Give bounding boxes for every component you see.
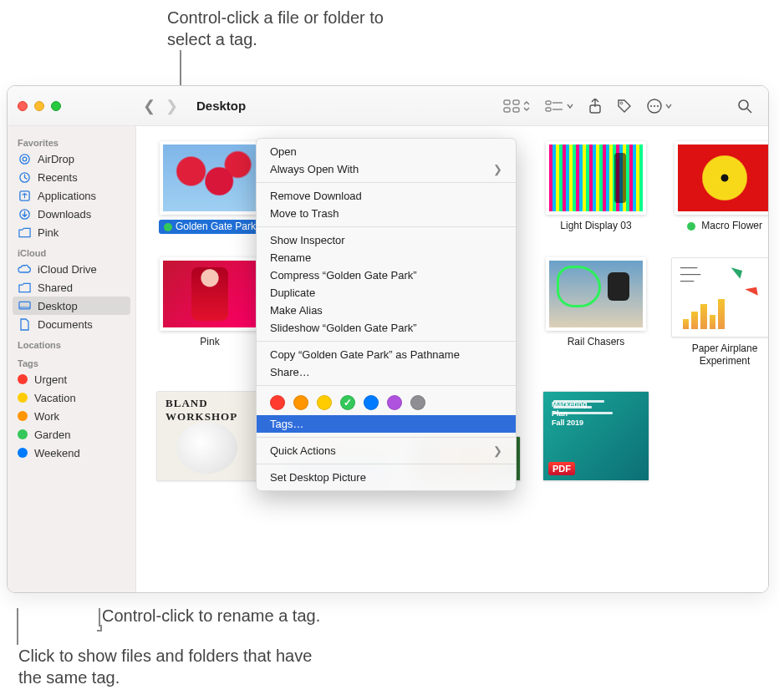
ctx-share[interactable]: Share… [257,363,516,381]
file-name: Macro Flower [687,220,762,232]
desktop-icon [18,299,31,312]
ctx-quick-actions[interactable]: Quick Actions❯ [257,442,516,459]
close-window-button[interactable] [18,101,28,111]
svg-rect-4 [546,101,551,104]
tag-color-purple[interactable] [387,395,402,410]
context-menu: Open Always Open With❯ Remove Download M… [256,138,517,491]
ctx-rename[interactable]: Rename [257,249,516,266]
share-button[interactable] [583,95,607,117]
sidebar-tag-garden[interactable]: Garden [8,425,135,444]
tag-color-orange[interactable] [293,395,308,410]
tag-dot-icon [18,374,28,384]
file-item[interactable]: BLANDWORKSHOP [151,391,268,481]
file-name-label: Golden Gate Park [176,221,256,233]
maximize-window-button[interactable] [51,101,61,111]
tag-dot-icon [18,393,28,403]
file-item[interactable]: Macro Flower [666,141,768,234]
file-item[interactable]: Golden Gate Park [151,141,268,234]
tags-button[interactable] [612,95,637,117]
minimize-window-button[interactable] [34,101,44,111]
forward-button[interactable]: ❯ [165,97,178,115]
sidebar-item-label: Garden [34,429,70,441]
sidebar-tag-urgent[interactable]: Urgent [8,370,135,388]
menu-separator [257,464,516,464]
sidebar-tag-vacation[interactable]: Vacation [8,388,135,407]
svg-rect-1 [513,100,519,104]
sidebar-item-pink[interactable]: Pink [8,223,135,241]
ctx-slideshow[interactable]: Slideshow “Golden Gate Park” [257,319,516,337]
ctx-duplicate[interactable]: Duplicate [257,284,516,302]
file-thumbnail: BLANDWORKSHOP [156,391,263,481]
sidebar-item-label: Recents [38,171,78,184]
actions-button[interactable] [642,95,677,117]
back-button[interactable]: ❮ [143,97,155,115]
window-controls [8,101,136,111]
chevron-right-icon: ❯ [493,444,502,457]
ctx-make-alias[interactable]: Make Alias [257,302,516,319]
downloads-icon [18,207,31,221]
sidebar-item-applications[interactable]: Applications [8,186,135,205]
sidebar-item-label: Pink [38,226,59,239]
ctx-remove-download[interactable]: Remove Download [257,187,516,205]
ctx-compress[interactable]: Compress “Golden Gate Park” [257,266,516,284]
annotation-bottom: Click to show files and folders that hav… [18,645,319,688]
ctx-tags[interactable]: Tags… [257,415,516,433]
sidebar-item-desktop[interactable]: Desktop [13,297,130,315]
file-thumbnail [160,257,260,331]
svg-point-11 [650,104,652,106]
tag-color-yellow[interactable] [317,395,332,410]
file-item-placeholder [666,391,768,481]
file-item[interactable]: MarketingPlanFall 2019 PDF [537,391,654,481]
ctx-copy-pathname[interactable]: Copy “Golden Gate Park” as Pathname [257,346,516,363]
document-icon [18,317,31,331]
svg-point-9 [620,102,623,104]
tag-dot-icon [18,429,28,439]
sidebar-item-recents[interactable]: Recents [8,168,135,186]
sidebar-item-label: Desktop [38,300,78,312]
file-item[interactable]: ━━━━━━━━━━━━━━━ Paper Airplane Experimen… [666,257,768,368]
ctx-show-inspector[interactable]: Show Inspector [257,231,516,249]
sidebar-item-icloud-drive[interactable]: iCloud Drive [8,260,135,278]
svg-point-13 [657,104,659,106]
tag-dot-icon [164,223,172,231]
file-name-selected: Golden Gate Park [159,220,261,234]
file-name-label: Paper Airplane Experiment [668,342,768,368]
file-item[interactable]: Rail Chasers [537,257,654,368]
tag-color-green[interactable] [340,395,355,410]
sidebar-item-label: Downloads [38,208,91,221]
search-button[interactable] [732,95,757,117]
ctx-open[interactable]: Open [257,143,516,160]
group-button[interactable] [540,97,578,115]
toolbar: ❮ ❯ Desktop [8,86,768,126]
sidebar-header-icloud: iCloud [8,241,135,260]
chevron-down-icon [665,103,672,109]
file-item[interactable]: Pink [151,257,268,368]
more-icon [647,99,662,114]
tag-color-blue[interactable] [364,395,379,410]
sidebar-item-downloads[interactable]: Downloads [8,205,135,223]
menu-separator [257,385,516,386]
ctx-always-open-with[interactable]: Always Open With❯ [257,160,516,178]
file-name-label: Pink [200,336,219,348]
sidebar-item-airdrop[interactable]: AirDrop [8,150,135,168]
file-name-label: Macro Flower [701,220,762,231]
ctx-move-to-trash[interactable]: Move to Trash [257,205,516,222]
sidebar-item-documents[interactable]: Documents [8,315,135,333]
sidebar-header-favorites: Favorites [8,131,135,150]
tag-color-gray[interactable] [410,395,425,410]
tag-dot-icon [687,222,695,231]
chevron-updown-icon [523,101,530,111]
view-mode-button[interactable] [498,96,535,116]
sidebar-tag-weekend[interactable]: Weekend [8,444,135,462]
ctx-set-desktop-picture[interactable]: Set Desktop Picture [257,469,516,486]
menu-separator [257,226,516,227]
nav-controls: ❮ ❯ Desktop [136,97,246,115]
sidebar-item-label: Vacation [34,392,76,404]
menu-separator [257,437,516,438]
file-item[interactable]: Light Display 03 [537,141,654,234]
sidebar-header-tags: Tags [8,352,135,370]
shared-folder-icon [18,281,31,294]
sidebar-item-shared[interactable]: Shared [8,278,135,297]
tag-color-red[interactable] [270,395,285,410]
sidebar-tag-work[interactable]: Work [8,407,135,425]
